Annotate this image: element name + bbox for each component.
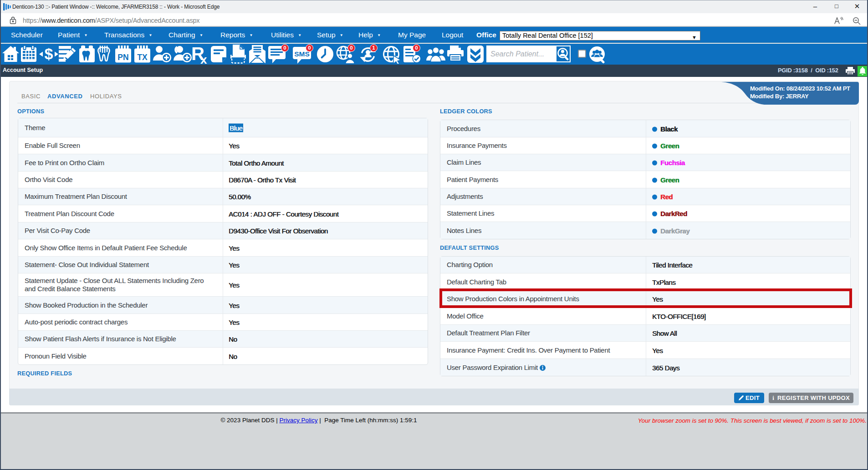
svg-text:x: x: [200, 53, 207, 64]
svg-text:TX: TX: [137, 53, 148, 62]
svg-text:PN: PN: [117, 53, 128, 62]
svg-text:$: $: [45, 45, 53, 62]
